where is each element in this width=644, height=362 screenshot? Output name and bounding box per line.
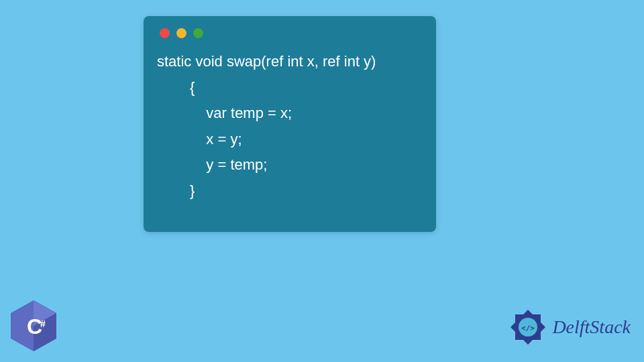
delftstack-logo-icon: </>	[508, 307, 548, 347]
code-line: x = y;	[157, 131, 242, 147]
code-line: {	[157, 79, 195, 96]
code-line: }	[157, 182, 195, 199]
maximize-icon[interactable]	[193, 28, 203, 38]
code-line: static void swap(ref int x, ref int y)	[157, 53, 376, 70]
window-controls	[160, 28, 423, 38]
code-window: static void swap(ref int x, ref int y) {…	[144, 16, 436, 232]
csharp-badge-icon: C #	[11, 300, 56, 351]
svg-text:#: #	[40, 318, 46, 329]
code-line: y = temp;	[157, 156, 267, 173]
code-block: static void swap(ref int x, ref int y) {…	[157, 49, 423, 204]
delftstack-brand: </> DelftStack	[508, 307, 631, 347]
minimize-icon[interactable]	[176, 28, 186, 38]
brand-label: DelftStack	[552, 316, 631, 338]
close-icon[interactable]	[160, 28, 170, 38]
code-line: var temp = x;	[157, 105, 292, 121]
svg-text:</>: </>	[521, 324, 535, 333]
